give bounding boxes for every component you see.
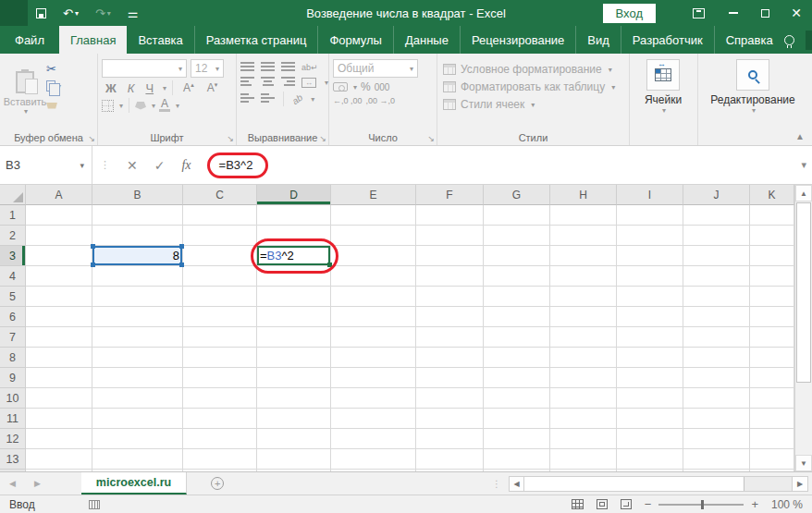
orientation-button[interactable]: ab — [290, 92, 304, 105]
col-header-C[interactable]: C — [183, 185, 257, 205]
conditional-formatting-button[interactable]: Условное форматирование▾ — [443, 63, 615, 76]
cell-E3[interactable] — [331, 246, 416, 266]
cell-K3[interactable] — [750, 246, 794, 266]
col-header-H[interactable]: H — [550, 185, 617, 205]
cell-J11[interactable] — [683, 409, 750, 429]
select-all-corner[interactable] — [0, 185, 26, 205]
cell-B11[interactable] — [92, 409, 183, 429]
row-header-10[interactable]: 10 — [0, 388, 26, 409]
font-size-combo[interactable]: 12▾ — [191, 59, 224, 78]
bold-button[interactable]: Ж — [102, 81, 120, 95]
cell-A8[interactable] — [26, 348, 92, 368]
tabbar-resizer[interactable]: ⋮ — [492, 479, 501, 489]
cell-I6[interactable] — [617, 307, 683, 327]
cell-B7[interactable] — [92, 327, 183, 348]
cell-J2[interactable] — [683, 226, 750, 246]
font-color-caret-icon[interactable]: ▾ — [176, 102, 179, 110]
zoom-in-icon[interactable]: + — [751, 497, 758, 511]
cell-K5[interactable] — [750, 287, 794, 307]
vertical-scrollbar[interactable]: ▲ ▼ — [794, 185, 812, 471]
cell-F13[interactable] — [416, 449, 484, 470]
horizontal-scroll-thumb[interactable] — [524, 477, 744, 491]
cell-B4[interactable] — [92, 266, 183, 287]
number-format-combo[interactable]: Общий▾ — [333, 59, 418, 78]
cell-E10[interactable] — [331, 388, 416, 409]
confirm-entry-button[interactable]: ✓ — [146, 158, 174, 173]
comma-style-button[interactable]: 000 — [375, 82, 390, 92]
cell-E9[interactable] — [331, 368, 416, 388]
tab-developer[interactable]: Разработчик — [621, 26, 714, 54]
shrink-font-button[interactable]: А▾ — [203, 81, 223, 94]
assistant-box[interactable]: Помощн — [806, 31, 812, 50]
alignment-dialog-launcher-icon[interactable]: ↘ — [319, 134, 326, 143]
cell-C11[interactable] — [183, 409, 257, 429]
cell-A2[interactable] — [26, 226, 92, 246]
cell-I11[interactable] — [617, 409, 683, 429]
cell-C7[interactable] — [183, 327, 257, 348]
cell-G12[interactable] — [484, 429, 550, 449]
cell-E4[interactable] — [331, 266, 416, 287]
cell-J13[interactable] — [683, 449, 750, 470]
cell-G1[interactable] — [484, 205, 550, 226]
cell-J9[interactable] — [683, 368, 750, 388]
underline-caret-icon[interactable]: ▾ — [163, 84, 166, 92]
cell-A4[interactable] — [26, 266, 92, 287]
cell-J5[interactable] — [683, 287, 750, 307]
cell-J12[interactable] — [683, 429, 750, 449]
tab-file[interactable]: Файл — [0, 26, 59, 54]
tab-review[interactable]: Рецензирование — [460, 26, 575, 54]
cell-C9[interactable] — [183, 368, 257, 388]
horizontal-scrollbar[interactable] — [524, 476, 793, 492]
cell-E8[interactable] — [331, 348, 416, 368]
cell-H9[interactable] — [550, 368, 617, 388]
col-header-B[interactable]: B — [92, 185, 183, 205]
cell-styles-button[interactable]: Стили ячеек▾ — [443, 98, 615, 111]
close-button[interactable]: ✕ — [781, 0, 812, 26]
cell-C8[interactable] — [183, 348, 257, 368]
cell-D10[interactable] — [257, 388, 331, 409]
cell-H3[interactable] — [550, 246, 617, 266]
cell-C5[interactable] — [183, 287, 257, 307]
col-header-K[interactable]: K — [750, 185, 794, 205]
formula-input[interactable]: =B3^2 — [219, 158, 253, 172]
cell-C12[interactable] — [183, 429, 257, 449]
cell-D6[interactable] — [257, 307, 331, 327]
cell-D7[interactable] — [257, 327, 331, 348]
cells-button[interactable]: Ячейки ▾ — [634, 57, 693, 128]
accounting-format-button[interactable] — [333, 82, 348, 92]
macro-record-icon[interactable] — [89, 500, 100, 509]
cell-C6[interactable] — [183, 307, 257, 327]
cell-J7[interactable] — [683, 327, 750, 348]
cell-K10[interactable] — [750, 388, 794, 409]
row-header-7[interactable]: 7 — [0, 327, 26, 348]
wrap-text-button[interactable]: ab↵ — [301, 63, 318, 72]
cell-E2[interactable] — [331, 226, 416, 246]
save-button[interactable] — [28, 0, 55, 26]
undo-button[interactable]: ↶▾ — [55, 0, 87, 26]
cut-button[interactable]: ✂ — [46, 61, 61, 76]
cell-A6[interactable] — [26, 307, 92, 327]
scroll-down-icon[interactable]: ▼ — [795, 455, 812, 471]
cell-D2[interactable] — [257, 226, 331, 246]
cell-I13[interactable] — [617, 449, 683, 470]
cell-C2[interactable] — [183, 226, 257, 246]
zoom-out-icon[interactable]: − — [645, 497, 652, 511]
cell-F9[interactable] — [416, 368, 484, 388]
cell-F7[interactable] — [416, 327, 484, 348]
row-header-1[interactable]: 1 — [0, 205, 26, 226]
font-dialog-launcher-icon[interactable]: ↘ — [227, 134, 234, 143]
prev-sheet-icon[interactable]: ◀ — [0, 472, 25, 495]
cell-I10[interactable] — [617, 388, 683, 409]
align-top-button[interactable] — [240, 62, 254, 73]
accounting-caret-icon[interactable]: ▾ — [353, 83, 357, 92]
cell-F5[interactable] — [416, 287, 484, 307]
cell-F3[interactable] — [416, 246, 484, 266]
cell-D1[interactable] — [257, 205, 331, 226]
cell-A12[interactable] — [26, 429, 92, 449]
tab-data[interactable]: Данные — [393, 26, 460, 54]
cell-H2[interactable] — [550, 226, 617, 246]
cell-K13[interactable] — [750, 449, 794, 470]
cell-B3[interactable]: 8 — [92, 246, 183, 266]
row-header-8[interactable]: 8 — [0, 348, 26, 368]
row-header-13[interactable]: 13 — [0, 449, 26, 470]
